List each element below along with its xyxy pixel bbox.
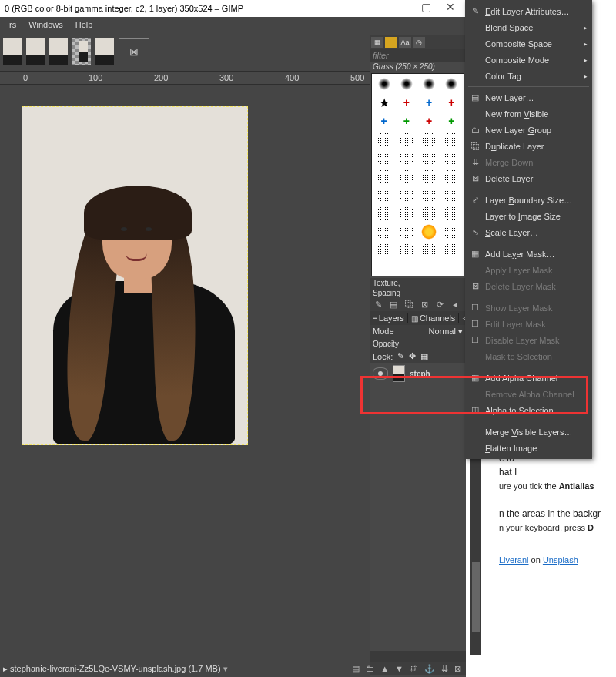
- image-tab[interactable]: [26, 38, 45, 65]
- close-tab-button[interactable]: ⊠: [119, 38, 149, 65]
- menu-new-layer-group[interactable]: 🗀New Layer GroupNew Layer Group: [465, 122, 592, 138]
- new-layer-icon[interactable]: ▤: [352, 664, 360, 674]
- image-tab[interactable]: [3, 38, 22, 65]
- window-controls: — ▢ ✕: [392, 1, 461, 16]
- brush-menu-icon[interactable]: ◂: [450, 300, 460, 310]
- checkbox-icon: ☐: [470, 303, 480, 313]
- texture-label[interactable]: Texture,: [370, 278, 466, 288]
- menu-add-layer-mask[interactable]: ▦Add Layer Mask…Add Layer Mask…: [465, 246, 592, 262]
- menu-scale-layer[interactable]: ⤡Scale Layer…Scale Layer…: [465, 224, 592, 240]
- brush-tab-icon[interactable]: ▦: [371, 37, 383, 48]
- layers-scrollbar[interactable]: [370, 651, 466, 662]
- spacing-label[interactable]: Spacing: [370, 288, 466, 298]
- maximize-button[interactable]: ▢: [416, 1, 437, 16]
- lock-alpha-icon[interactable]: ▦: [420, 351, 428, 361]
- brush-filter-input[interactable]: filter: [370, 49, 466, 62]
- portrait-photo: [53, 190, 232, 445]
- titlebar[interactable]: 0 (RGB color 8-bit gamma integer, c2, 1 …: [0, 0, 466, 17]
- raise-layer-icon[interactable]: ▲: [380, 664, 389, 673]
- menu-new-from-visible[interactable]: New from VisibleNew from Visible: [465, 106, 592, 122]
- link-unsplash[interactable]: Unsplash: [543, 555, 578, 565]
- menu-merge-down: ⇊Merge Down: [465, 154, 592, 170]
- dock-tabs: ▦ Aa ◷: [370, 35, 466, 49]
- lock-pixels-icon[interactable]: ✎: [397, 351, 404, 361]
- menu-merge-visible-layers[interactable]: Merge Visible Layers…Merge Visible Layer…: [465, 424, 592, 440]
- gradient-tab-icon[interactable]: [385, 37, 397, 48]
- menu-blend-space[interactable]: Blend Space▸: [465, 19, 592, 35]
- anchor-layer-icon[interactable]: ⚓: [424, 664, 435, 674]
- channels-tab[interactable]: ▥ Channels: [408, 313, 459, 323]
- image-tab[interactable]: [72, 38, 91, 65]
- edit-icon: ✎: [470, 6, 480, 16]
- merge-down-icon[interactable]: ⇊: [441, 664, 448, 674]
- mask-icon: ▦: [470, 249, 480, 259]
- star-brush[interactable]: [373, 94, 394, 111]
- menu-layer-boundary-size[interactable]: ⤢Layer Boundary Size…Layer Boundary Size…: [465, 192, 592, 208]
- status-filename[interactable]: stephanie-liverani-Zz5LQe-VSMY-unsplash.…: [10, 664, 228, 674]
- status-expand-icon[interactable]: ▸: [3, 664, 8, 674]
- menubar: rs Windows Help: [0, 17, 466, 32]
- delete-icon: ⊠: [470, 173, 480, 183]
- menu-duplicate-layer[interactable]: ⿻Duplicate LayerDuplicate Layer: [465, 138, 592, 154]
- menu-windows[interactable]: Windows: [22, 20, 69, 29]
- menu-help[interactable]: Help: [69, 20, 99, 29]
- refresh-brush-icon[interactable]: ⟳: [434, 300, 445, 310]
- menu-mask-to-selection: Mask to Selection: [465, 348, 592, 364]
- checkbox-icon: ☐: [470, 335, 480, 345]
- lock-position-icon[interactable]: ✥: [409, 351, 416, 361]
- menu-apply-layer-mask: Apply Layer Mask: [465, 262, 592, 278]
- menu-color-tag[interactable]: Color Tag▸: [465, 68, 592, 84]
- resize-icon: ⤢: [470, 195, 480, 205]
- right-dock: ▦ Aa ◷ filter Grass (250 × 250) Texture,…: [370, 35, 466, 677]
- menu-composite-mode[interactable]: Composite Mode▸: [465, 52, 592, 68]
- lower-layer-icon[interactable]: ▼: [395, 664, 403, 673]
- window-title: 0 (RGB color 8-bit gamma integer, c2, 1 …: [5, 4, 243, 13]
- mode-dropdown[interactable]: Normal ▾: [428, 327, 463, 337]
- menu-show-layer-mask: ☐Show Layer Mask: [465, 300, 592, 316]
- delete-mask-icon: ⊠: [470, 281, 480, 291]
- new-brush-icon[interactable]: ▤: [388, 300, 399, 310]
- annotation-highlight-box: [360, 376, 588, 414]
- new-layer-icon: ▤: [470, 92, 480, 102]
- menu-composite-space[interactable]: Composite Space▸: [465, 35, 592, 52]
- delete-brush-icon[interactable]: ⊠: [419, 300, 430, 310]
- layers-toolbar: ▤ 🗀 ▲ ▼ ⿻ ⚓ ⇊ ⊠: [370, 662, 466, 675]
- close-button[interactable]: ✕: [440, 1, 461, 16]
- image-tab[interactable]: [95, 38, 114, 65]
- brush-name-label: Grass (250 × 250): [370, 62, 466, 72]
- scale-icon: ⤡: [470, 227, 480, 237]
- menu-item[interactable]: rs: [3, 20, 22, 29]
- new-group-icon[interactable]: 🗀: [366, 664, 374, 673]
- menu-disable-layer-mask: ☐Disable Layer Mask: [465, 332, 592, 348]
- layers-dock-tabs: ≡ Layers ▥ Channels ✧Pa: [370, 311, 466, 325]
- duplicate-brush-icon[interactable]: ⿻: [403, 300, 414, 310]
- link-liverani[interactable]: Liverani: [499, 555, 529, 565]
- merge-down-icon: ⇊: [470, 157, 480, 167]
- layers-tab[interactable]: ≡ Layers: [370, 313, 408, 323]
- checkbox-icon: ☐: [470, 319, 480, 329]
- menu-delete-layer-mask: ⊠Delete Layer Mask: [465, 278, 592, 294]
- image-on-canvas[interactable]: [22, 106, 248, 445]
- lock-row: Lock: ✎ ✥ ▦: [370, 350, 466, 363]
- menu-new-layer[interactable]: ▤New Layer…New Layer…: [465, 89, 592, 106]
- history-tab-icon[interactable]: ◷: [413, 37, 425, 48]
- brush-toolbar: ✎ ▤ ⿻ ⊠ ⟳ ◂: [370, 298, 466, 311]
- delete-layer-icon[interactable]: ⊠: [454, 664, 461, 674]
- menu-flatten-image[interactable]: Flatten ImageFlatten Image: [465, 440, 592, 456]
- sun-brush: [421, 224, 437, 240]
- minimize-button[interactable]: —: [392, 1, 413, 16]
- opacity-slider[interactable]: Opacity: [370, 338, 466, 350]
- mode-label: Mode: [373, 327, 394, 337]
- font-tab-icon[interactable]: Aa: [399, 37, 411, 48]
- menu-edit-layer-mask: ☐Edit Layer Mask: [465, 316, 592, 332]
- menu-delete-layer[interactable]: ⊠Delete LayerDelete Layer: [465, 170, 592, 186]
- edit-brush-icon[interactable]: ✎: [373, 300, 383, 310]
- duplicate-icon: ⿻: [470, 142, 480, 151]
- brush-grid[interactable]: [371, 73, 464, 276]
- duplicate-layer-icon[interactable]: ⿻: [410, 664, 418, 673]
- menu-edit-layer-attributes[interactable]: ✎EEdit Layer Attributes…dit Layer Attrib…: [465, 3, 592, 19]
- menu-layer-to-image-size[interactable]: Layer to Image SizeLayer to Image Size: [465, 208, 592, 224]
- folder-icon: 🗀: [470, 126, 480, 135]
- image-tab[interactable]: [49, 38, 68, 65]
